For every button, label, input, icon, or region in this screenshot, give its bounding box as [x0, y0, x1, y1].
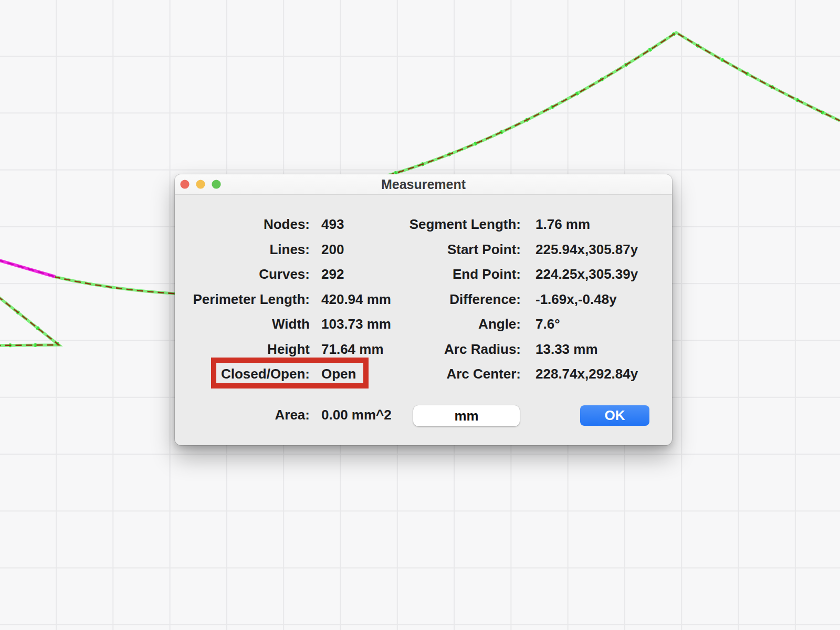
stat-value: 7.6° — [536, 316, 560, 332]
path-left-segment — [54, 277, 181, 294]
stat-row-end-point: End Point: 224.25x,305.39y — [175, 261, 672, 287]
stat-label: Start Point: — [175, 242, 521, 258]
path-outline — [54, 277, 181, 294]
ok-button[interactable]: OK — [580, 405, 649, 426]
stat-value: 0.00 mm^2 — [321, 407, 392, 423]
drawing-canvas: Measurement Nodes: 493 Lines: 200 Curves… — [0, 0, 840, 630]
stat-label: Segment Length: — [175, 216, 521, 233]
stat-value: 228.74x,292.84y — [536, 366, 638, 382]
stat-value: -1.69x,-0.48y — [536, 291, 617, 308]
stat-label: Area: — [175, 407, 310, 423]
stat-label: Arc Center: — [175, 366, 521, 382]
stat-value: 1.76 mm — [536, 216, 590, 233]
path-selected-segment — [0, 260, 55, 277]
path-open-curve — [368, 33, 840, 181]
path-wedge — [0, 296, 59, 345]
stat-label: Arc Radius: — [175, 341, 521, 358]
stat-value: 13.33 mm — [536, 341, 598, 358]
stat-row-arc-center: Arc Center: 228.74x,292.84y — [175, 361, 672, 386]
dialog-title: Measurement — [175, 174, 672, 194]
stat-value: 224.25x,305.39y — [536, 266, 638, 282]
dialog-titlebar[interactable]: Measurement — [175, 174, 672, 195]
stat-row-arc-radius: Arc Radius: 13.33 mm — [175, 337, 672, 362]
dialog-content: Nodes: 493 Lines: 200 Curves: 292 Perime… — [175, 194, 672, 445]
stat-row-segment-length: Segment Length: 1.76 mm — [175, 212, 672, 237]
path-dashes — [368, 33, 840, 181]
stat-label: Difference: — [175, 291, 521, 308]
stat-label: End Point: — [175, 266, 521, 282]
measurement-dialog: Measurement Nodes: 493 Lines: 200 Curves… — [175, 174, 672, 445]
unit-dropdown-button[interactable]: mm — [413, 405, 520, 426]
stat-row-angle: Angle: 7.6° — [175, 311, 672, 337]
stat-row-start-point: Start Point: 225.94x,305.87y — [175, 237, 672, 262]
stat-value: 225.94x,305.87y — [536, 242, 638, 258]
stat-label: Angle: — [175, 316, 521, 332]
stat-row-difference: Difference: -1.69x,-0.48y — [175, 287, 672, 312]
